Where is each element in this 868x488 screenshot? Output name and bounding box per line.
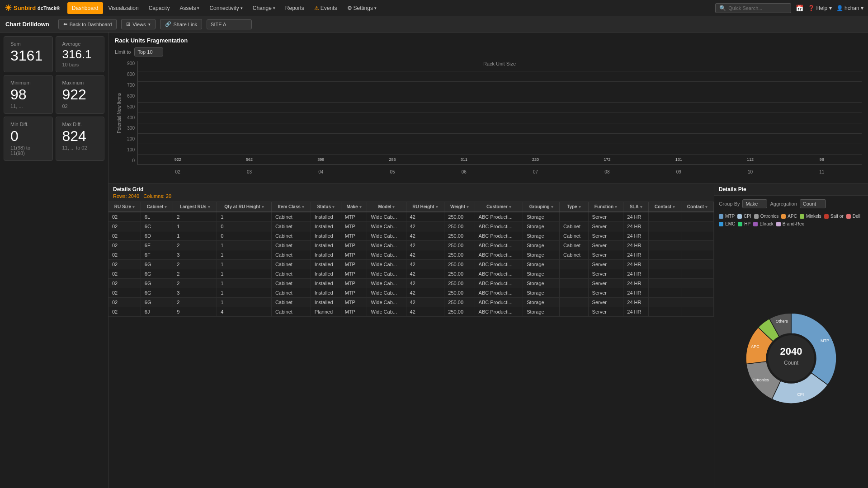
table-row[interactable]: 026F21CabinetInstalledMTPWide Cab...4225… — [108, 241, 714, 250]
views-icon: ⊞ — [126, 21, 130, 27]
nav-item-dashboard[interactable]: Dashboard — [67, 2, 103, 14]
column-type[interactable]: Type▾ — [560, 202, 588, 212]
nav-item-connectivity[interactable]: Connectivity▾ — [205, 2, 247, 14]
pie-header: Details Pie — [714, 183, 868, 196]
column-contact[interactable]: Contact▾ — [681, 202, 713, 212]
nav-item-reports[interactable]: Reports — [281, 2, 309, 14]
column-function[interactable]: Function▾ — [588, 202, 623, 212]
details-grid: Details Grid Rows: 2040 Columns: 20 RU S… — [108, 183, 714, 488]
grid-meta: Rows: 2040 Columns: 20 — [113, 193, 709, 199]
column-model[interactable]: Model▾ — [367, 202, 406, 212]
sum-value: 3161 — [10, 48, 46, 63]
legend-item-ortronics: Ortronics — [754, 214, 779, 219]
stat-max-diff: Max Diff. 824 11, ... to 02 — [56, 117, 105, 161]
legend-item-apc: APC — [781, 214, 797, 219]
search-input[interactable] — [728, 5, 787, 11]
pie-center-value: 2040 — [780, 346, 802, 357]
pie-title: Details Pie — [719, 186, 863, 192]
stat-max: Maximum 922 02 — [56, 75, 105, 114]
aggregation-select[interactable]: Count — [800, 199, 826, 208]
legend-item-mtp: MTP — [719, 214, 735, 219]
site-select[interactable]: SITE A — [207, 19, 252, 29]
pie-svg-wrap: MTPCPIOrtronicsAPCOthers2040Count — [714, 228, 868, 488]
chevron-down-icon: ▾ — [148, 22, 151, 27]
table-row[interactable]: 026G21CabinetInstalledMTPWide Cab...4225… — [108, 279, 714, 288]
calendar-icon[interactable]: 📅 — [796, 5, 803, 12]
table-row[interactable]: 026G21CabinetInstalledMTPWide Cab...4225… — [108, 298, 714, 307]
legend-item-efirack: Efirack — [753, 221, 774, 226]
nav-item-settings[interactable]: ⚙Settings▾ — [343, 2, 381, 14]
nav-item-events[interactable]: ⚠Events — [310, 2, 342, 14]
max-diff-label: Max Diff. — [62, 122, 98, 127]
nav-items: Dashboard Visualization Capacity Assets▾… — [67, 2, 715, 14]
avg-label: Average — [62, 41, 98, 47]
chart-title: Rack Units Fragmentation — [115, 37, 862, 44]
column-weight[interactable]: Weight▾ — [444, 202, 475, 212]
chart-controls: Limit to Top 10 Top 5 Top 20 All — [115, 47, 862, 56]
bar-chart: Potential New Items 01002003004005006007… — [115, 61, 862, 178]
column-ru-height[interactable]: RU Height▾ — [406, 202, 444, 212]
column-cabinet[interactable]: Cabinet▾ — [141, 202, 173, 212]
column-ru-size[interactable]: RU Size▾ — [108, 202, 141, 212]
right-content: Rack Units Fragmentation Limit to Top 10… — [108, 33, 868, 488]
stat-row-sum-avg: Sum 3161 Average 316.1 10 bars — [4, 36, 104, 72]
legend-item-brand-rex: Brand-Rex — [776, 221, 804, 226]
column-sla[interactable]: SLA▾ — [623, 202, 649, 212]
nav-item-assets[interactable]: Assets▾ — [175, 2, 204, 14]
bottom-section: Details Grid Rows: 2040 Columns: 20 RU S… — [108, 183, 868, 488]
column-qty-at-ru-height[interactable]: Qty at RU Height▾ — [217, 202, 272, 212]
legend-item-emc: EMC — [719, 221, 735, 226]
navbar: ☀ Sunbird dcTrack® Dashboard Visualizati… — [0, 0, 868, 16]
min-label: Minimum — [10, 80, 46, 85]
back-to-dashboard-button[interactable]: ⬅ Back to Dashboard — [58, 19, 117, 29]
views-button[interactable]: ⊞ Views ▾ — [121, 19, 155, 29]
column-status[interactable]: Status▾ — [311, 202, 341, 212]
nav-item-visualization[interactable]: Visualization — [104, 2, 143, 14]
group-by-label: Group By — [719, 201, 740, 206]
grid-header: Details Grid Rows: 2040 Columns: 20 — [108, 183, 714, 202]
pie-controls: Group By Make Aggregation Count — [714, 196, 868, 212]
table-row[interactable]: 026F31CabinetInstalledMTPWide Cab...4225… — [108, 250, 714, 260]
table-row[interactable]: 026D10CabinetInstalledMTPWide Cab...4225… — [108, 231, 714, 241]
share-link-button[interactable]: 🔗 Share Link — [160, 19, 203, 29]
column-grouping[interactable]: Grouping▾ — [523, 202, 560, 212]
column-customer[interactable]: Customer▾ — [475, 202, 523, 212]
group-by-select[interactable]: Make — [742, 199, 767, 208]
stat-row-diff: Min Diff. 0 11(98) to 11(98) Max Diff. 8… — [4, 117, 104, 161]
column-item-class[interactable]: Item Class▾ — [271, 202, 311, 212]
stat-row-min-max: Minimum 98 11, ... Maximum 922 02 — [4, 75, 104, 114]
logo: ☀ Sunbird dcTrack® — [5, 3, 60, 13]
max-value: 922 — [62, 87, 98, 102]
sum-label: Sum — [10, 41, 46, 47]
table-row[interactable]: 026J94CabinetPlannedMTPWide Cab...42250.… — [108, 307, 714, 317]
search-box[interactable]: 🔍 — [715, 3, 791, 13]
pie-segment-label: Others — [776, 319, 788, 324]
column-largest-rus[interactable]: Largest RUs▾ — [173, 202, 217, 212]
limit-select[interactable]: Top 10 Top 5 Top 20 All — [134, 47, 163, 56]
page-title: Chart Drilldown — [5, 21, 49, 28]
grid-title: Details Grid — [113, 186, 709, 192]
table-row[interactable]: 026G21CabinetInstalledMTPWide Cab...4225… — [108, 260, 714, 269]
search-icon: 🔍 — [719, 5, 726, 11]
avg-sub: 10 bars — [62, 62, 98, 67]
chart-area: Rack Units Fragmentation Limit to Top 10… — [108, 33, 868, 183]
table-row[interactable]: 026L21CabinetInstalledMTPWide Cab...4225… — [108, 212, 714, 222]
table-row[interactable]: 026C10CabinetInstalledMTPWide Cab...4225… — [108, 222, 714, 231]
nav-item-change[interactable]: Change▾ — [248, 2, 280, 14]
column-make[interactable]: Make▾ — [341, 202, 367, 212]
column-contact[interactable]: Contact▾ — [649, 202, 681, 212]
pie-segment-label: Ortronics — [752, 378, 769, 382]
grid-table-wrap[interactable]: RU Size▾Cabinet▾Largest RUs▾Qty at RU He… — [108, 202, 714, 488]
bars-area: 9220256203398042850531106220071720813109… — [137, 61, 862, 165]
nav-item-capacity[interactable]: Capacity — [144, 2, 175, 14]
data-table: RU Size▾Cabinet▾Largest RUs▾Qty at RU He… — [108, 202, 714, 317]
help-button[interactable]: ❓ Help ▾ — [808, 5, 831, 11]
user-menu[interactable]: 👤 hchan ▾ — [836, 5, 863, 11]
table-row[interactable]: 026G21CabinetInstalledMTPWide Cab...4225… — [108, 269, 714, 279]
legend-item-cpi: CPI — [737, 214, 751, 219]
pie-chart-svg: MTPCPIOrtronicsAPCOthers2040Count — [737, 304, 845, 413]
pie-segment-label: CPI — [797, 392, 804, 397]
max-diff-value: 824 — [62, 129, 98, 143]
table-row[interactable]: 026G31CabinetInstalledMTPWide Cab...4225… — [108, 288, 714, 298]
legend-item-hp: HP — [738, 221, 750, 226]
